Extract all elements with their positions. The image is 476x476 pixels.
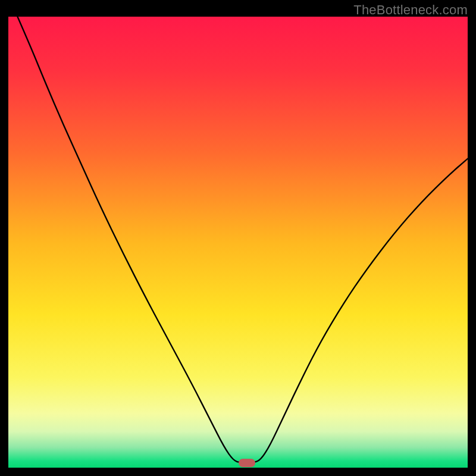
chart-frame — [8, 17, 468, 468]
gradient-background — [8, 17, 468, 468]
optimal-point-marker — [239, 459, 255, 467]
bottleneck-chart — [8, 17, 468, 468]
watermark-text: TheBottleneck.com — [353, 2, 468, 18]
